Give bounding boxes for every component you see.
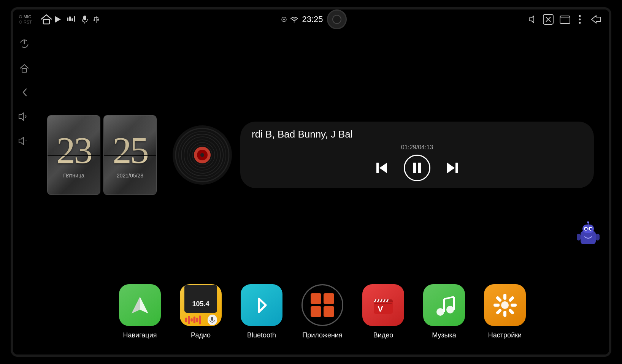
app-label-radio: Радио [191,331,211,339]
clock-minute: 25 [113,131,148,169]
svg-rect-68 [211,317,213,321]
clock-hour-card: 23 Пятница [47,115,100,195]
svg-marker-1 [55,16,61,23]
app-grid-sq2 [324,293,334,304]
svg-rect-0 [43,19,49,24]
svg-rect-2 [67,17,68,21]
app-icon-nav [119,284,161,326]
player-track-name: rdi B, Bad Bunny, J Bal [252,128,582,140]
apps-grid: Навигация 105.4 [36,277,609,355]
status-bar: MIC RST [13,9,609,29]
svg-rect-21 [560,16,570,24]
close-screen-icon[interactable] [543,14,554,25]
svg-rect-5 [74,16,75,22]
app-item-nav[interactable]: Навигация [119,284,161,339]
svg-rect-28 [22,68,27,72]
svg-rect-45 [376,163,379,173]
svg-point-24 [579,19,581,21]
clock-hour: 23 [56,131,91,169]
svg-rect-13 [97,19,99,21]
app-item-video[interactable]: V Видео [362,284,404,339]
back-sidebar-button[interactable] [17,85,31,99]
top-section: 23 Пятница 25 2021/05/28 [36,29,609,277]
svg-line-90 [510,310,513,313]
mic-indicator: MIC [19,14,32,19]
volume-down-button[interactable]: − [17,134,31,148]
app-label-bt: Bluetooth [247,331,276,339]
app-icon-apps [301,284,343,326]
equalizer-icon [66,15,77,24]
robot-assistant[interactable] [575,222,601,248]
volume-icon[interactable] [528,15,537,24]
svg-marker-17 [529,16,534,23]
svg-rect-59 [596,234,600,241]
app-grid-sq4 [324,306,334,317]
svg-rect-63 [188,316,190,324]
rst-text: RST [24,20,32,24]
player-time: 01:29/04:13 [252,144,582,151]
status-right-icons [528,14,603,25]
clock-widget: 23 Пятница 25 2021/05/28 [47,115,157,195]
svg-point-43 [200,153,204,157]
app-item-music[interactable]: Музыка [423,284,465,339]
svg-line-92 [498,310,500,313]
svg-point-12 [94,19,95,21]
svg-rect-66 [196,317,198,322]
svg-marker-61 [132,297,140,313]
mic-status-icon [81,15,88,24]
svg-rect-6 [83,16,86,20]
app-item-radio[interactable]: 105.4 [180,284,222,339]
player-play-pause-button[interactable] [404,155,430,181]
app-item-apps[interactable]: Приложения [301,284,343,339]
player-widget: rdi B, Bad Bunny, J Bal 01:29/04:13 [172,122,594,188]
window-icon[interactable] [560,14,570,25]
home-sidebar-button[interactable] [17,61,31,75]
svg-point-80 [446,306,454,313]
power-button[interactable] [17,37,31,51]
svg-rect-4 [71,18,73,21]
app-item-settings[interactable]: Настройки [484,284,526,339]
svg-point-79 [436,308,444,316]
app-label-music: Музыка [432,331,456,339]
status-left-labels: MIC RST [19,14,32,24]
svg-point-57 [587,222,589,223]
svg-rect-50 [581,231,596,244]
svg-text:+: + [26,114,28,118]
status-center-icons [53,15,100,24]
mic-text: MIC [24,14,31,19]
app-icon-bt [241,284,282,326]
svg-line-89 [498,298,500,300]
svg-point-23 [579,15,581,17]
volume-up-button[interactable]: + [17,110,31,123]
clock-day: Пятница [63,173,84,179]
camera-bump [327,9,347,29]
player-controls [252,155,582,181]
player-prev-button[interactable] [375,161,389,175]
home-area [40,13,53,26]
app-item-bt[interactable]: Bluetooth [241,284,282,339]
app-grid-sq1 [311,293,321,304]
svg-point-54 [585,228,587,230]
svg-line-91 [510,298,513,300]
app-label-apps: Приложения [302,331,342,339]
back-icon[interactable] [589,14,603,25]
app-icon-settings [484,284,526,326]
clock-minute-card: 25 2021/05/28 [103,115,157,195]
player-next-button[interactable] [446,161,459,175]
home-icon[interactable] [40,13,53,26]
clock-date: 2021/05/28 [117,173,143,179]
svg-line-83 [444,297,454,299]
wifi-icon [290,16,298,22]
more-icon[interactable] [576,14,583,25]
left-sidebar: + − [13,29,36,355]
app-label-video: Видео [373,331,394,339]
app-label-settings: Настройки [488,331,522,339]
svg-rect-65 [194,316,195,323]
svg-text:−: − [25,139,27,142]
svg-point-16 [294,22,295,23]
app-icon-video: V [362,284,404,326]
svg-point-25 [579,22,581,24]
usb-icon [93,15,100,24]
svg-marker-29 [19,113,24,120]
player-info-controls: rdi B, Bad Bunny, J Bal 01:29/04:13 [240,122,594,188]
